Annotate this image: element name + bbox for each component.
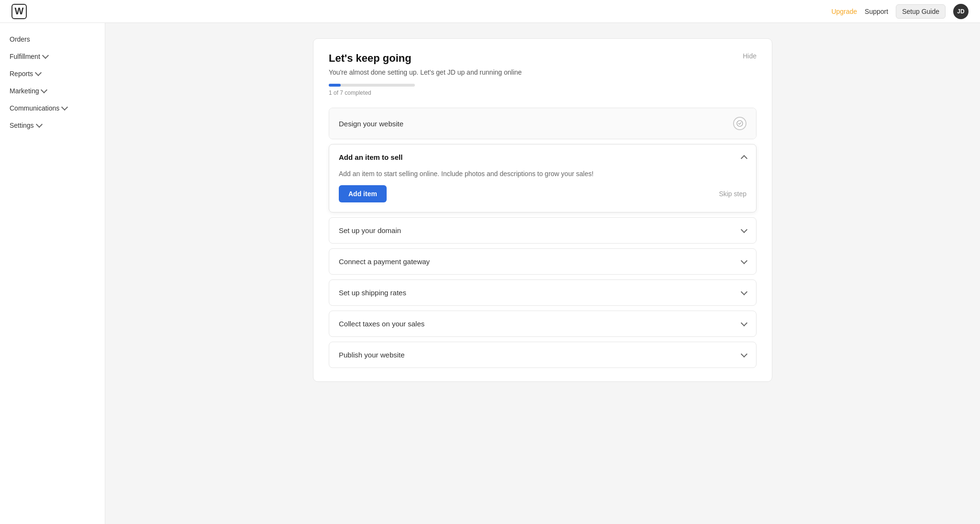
step-design-header[interactable]: Design your website <box>329 108 756 139</box>
step-publish-title: Publish your website <box>339 351 405 359</box>
step-payment-title: Connect a payment gateway <box>339 257 430 266</box>
sidebar-item-label: Orders <box>10 35 30 43</box>
check-icon <box>736 120 743 127</box>
step-design-title: Design your website <box>339 120 403 128</box>
chevron-down-icon <box>741 350 747 357</box>
sidebar-item-orders[interactable]: Orders <box>0 31 105 48</box>
sidebar-item-label: Settings <box>10 122 34 129</box>
sidebar-item-reports[interactable]: Reports <box>0 65 105 82</box>
user-avatar[interactable]: JD <box>953 4 969 19</box>
step-shipping: Set up shipping rates <box>329 279 757 306</box>
step-taxes-title: Collect taxes on your sales <box>339 320 424 328</box>
hide-button[interactable]: Hide <box>743 52 757 60</box>
chevron-up-icon <box>741 155 747 161</box>
support-link[interactable]: Support <box>865 8 888 15</box>
chevron-down-icon <box>741 319 747 326</box>
progress-bar-container <box>329 84 415 87</box>
setup-card: Let's keep going Hide You're almost done… <box>313 38 772 382</box>
top-nav: W Upgrade Support Setup Guide JD <box>0 0 980 23</box>
step-design: Design your website <box>329 108 757 139</box>
sidebar-item-label: Marketing <box>10 87 39 95</box>
chevron-down-icon <box>741 288 747 295</box>
sidebar-item-label: Fulfillment <box>10 53 40 60</box>
setup-subtitle: You're almost done setting up. Let's get… <box>329 68 757 76</box>
setup-guide-button[interactable]: Setup Guide <box>896 4 946 19</box>
sidebar-item-label: Reports <box>10 70 33 78</box>
step-add-item-actions: Add item Skip step <box>339 185 746 202</box>
setup-card-header: Let's keep going Hide <box>329 52 757 65</box>
chevron-down-icon <box>61 104 68 111</box>
logo: W <box>11 4 27 19</box>
sidebar-item-settings[interactable]: Settings <box>0 117 105 134</box>
upgrade-link[interactable]: Upgrade <box>831 8 857 15</box>
chevron-down-icon <box>36 121 43 128</box>
step-taxes-header[interactable]: Collect taxes on your sales <box>329 311 756 336</box>
step-publish: Publish your website <box>329 342 757 368</box>
step-add-item-description: Add an item to start selling online. Inc… <box>339 170 746 178</box>
step-payment: Connect a payment gateway <box>329 248 757 275</box>
step-add-item-title: Add an item to sell <box>339 153 402 161</box>
sidebar-item-label: Communications <box>10 104 59 112</box>
check-circle-icon <box>733 117 746 130</box>
step-add-item: Add an item to sell Add an item to start… <box>329 144 757 212</box>
step-payment-header[interactable]: Connect a payment gateway <box>329 249 756 274</box>
step-add-item-body: Add an item to start selling online. Inc… <box>329 170 756 212</box>
chevron-down-icon <box>741 257 747 264</box>
sidebar: Orders Fulfillment Reports Marketing Com… <box>0 23 105 524</box>
app-layout: Orders Fulfillment Reports Marketing Com… <box>0 23 980 524</box>
add-item-button[interactable]: Add item <box>339 185 387 202</box>
chevron-down-icon <box>35 69 42 76</box>
chevron-down-icon <box>41 87 47 93</box>
progress-bar-fill <box>329 84 341 87</box>
chevron-down-icon <box>741 226 747 233</box>
setup-title: Let's keep going <box>329 52 412 65</box>
step-domain-title: Set up your domain <box>339 226 401 234</box>
progress-label: 1 of 7 completed <box>329 89 757 96</box>
step-add-item-header[interactable]: Add an item to sell <box>329 145 756 170</box>
steps-list: Design your website Add an item to sell <box>329 108 757 368</box>
step-shipping-header[interactable]: Set up shipping rates <box>329 280 756 305</box>
main-content: Let's keep going Hide You're almost done… <box>105 23 980 524</box>
step-publish-header[interactable]: Publish your website <box>329 342 756 368</box>
sidebar-item-marketing[interactable]: Marketing <box>0 82 105 100</box>
step-shipping-title: Set up shipping rates <box>339 289 406 297</box>
step-domain-header[interactable]: Set up your domain <box>329 218 756 243</box>
chevron-down-icon <box>42 52 49 59</box>
step-domain: Set up your domain <box>329 217 757 244</box>
sidebar-item-communications[interactable]: Communications <box>0 100 105 117</box>
step-taxes: Collect taxes on your sales <box>329 311 757 337</box>
top-nav-right: Upgrade Support Setup Guide JD <box>831 4 969 19</box>
skip-step-button[interactable]: Skip step <box>719 190 746 198</box>
sidebar-item-fulfillment[interactable]: Fulfillment <box>0 48 105 65</box>
